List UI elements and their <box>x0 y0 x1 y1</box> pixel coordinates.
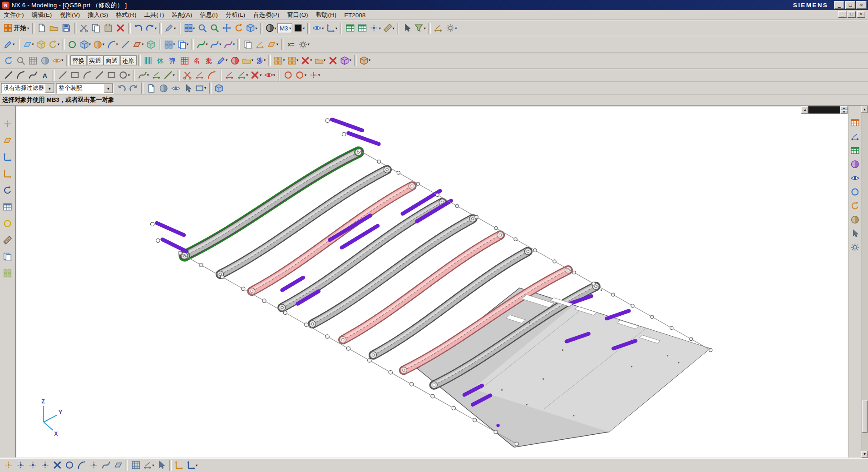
purple-insert-part[interactable] <box>607 311 629 318</box>
palette-button[interactable] <box>2 268 14 279</box>
arc-center-snap-button[interactable] <box>63 459 75 471</box>
menu-item-et2008[interactable]: ET2008 <box>340 11 370 19</box>
annotate-button[interactable]: ▾ <box>215 55 229 67</box>
profile-button[interactable] <box>56 69 69 81</box>
internet-explorer-tab[interactable] <box>849 186 861 198</box>
scroll-down-mini-button[interactable]: ▾ <box>840 110 848 114</box>
shell-button[interactable] <box>145 38 157 50</box>
purple-insert-part[interactable] <box>282 278 303 290</box>
select-back-button[interactable] <box>115 82 128 94</box>
selection-filter-combo[interactable]: 没有选择过滤器 ▼ <box>1 83 54 93</box>
quick-trim-button[interactable] <box>181 69 193 81</box>
replace-button[interactable]: 替换 <box>70 55 87 65</box>
measure-angle-button[interactable] <box>432 22 444 34</box>
trim-body-button[interactable]: ▾ <box>131 38 145 50</box>
pi-button[interactable]: 批 <box>203 55 215 67</box>
scroll-up-mini-button[interactable]: ▴ <box>840 106 848 110</box>
point-on-surface-snap-button[interactable] <box>112 459 124 471</box>
hole-button[interactable] <box>66 38 79 50</box>
menu-item-format[interactable]: 格式(R) <box>112 10 140 20</box>
snap-point-button[interactable]: ▾ <box>368 22 382 34</box>
child-restore-button[interactable]: □ <box>848 11 856 18</box>
project-curve-button[interactable] <box>150 69 162 81</box>
rendering-style-button[interactable]: ▾ <box>264 22 277 34</box>
she-button[interactable]: 涉▾ <box>254 55 266 67</box>
spreadsheet-button[interactable] <box>2 201 14 213</box>
red-ball-button[interactable] <box>229 55 241 67</box>
edge-blend-button[interactable]: ▾ <box>105 38 119 50</box>
point-button[interactable]: ▾ <box>308 69 321 81</box>
edit-object-display-button[interactable]: ▾ <box>51 55 64 67</box>
system-scenes-tab[interactable] <box>849 242 861 253</box>
menu-item-preferences[interactable]: 首选项(P) <box>249 10 283 20</box>
show-hide-button[interactable]: ▾ <box>311 22 325 34</box>
mold-tool-2-button[interactable]: ▾ <box>286 55 300 67</box>
auto-dimension-button[interactable]: ▾ <box>236 69 249 81</box>
wireframe-display-button[interactable] <box>27 55 39 67</box>
fit-view-button[interactable] <box>196 22 208 34</box>
plane-dialog-button[interactable] <box>2 134 14 146</box>
show-constraints-button[interactable]: ▾ <box>263 69 276 81</box>
stripe-analysis-button[interactable] <box>142 55 154 67</box>
grid-snap-button[interactable] <box>129 459 142 471</box>
selection-filter-funnel-button[interactable]: ▾ <box>413 22 427 34</box>
new-file-button[interactable] <box>36 22 48 34</box>
feature-more-button[interactable]: ▾ <box>297 38 311 50</box>
zoom-inout-button[interactable] <box>208 22 221 34</box>
lamp-render-button[interactable] <box>2 218 14 229</box>
die-grid-button[interactable] <box>178 55 191 67</box>
lasso-button[interactable] <box>182 82 194 94</box>
vertical-scrollbar[interactable]: ▲ ▼ <box>861 106 868 457</box>
studio-spline-button[interactable] <box>27 69 39 81</box>
auto-constrain-button[interactable]: ▾ <box>249 69 263 81</box>
rotate-view-button[interactable] <box>232 22 245 34</box>
shaded-toggle-button[interactable] <box>157 82 169 94</box>
restore-button[interactable]: 还原 <box>120 55 137 65</box>
block-button[interactable]: ▾ <box>79 38 92 50</box>
patch-body-button[interactable]: ▾ <box>266 38 280 50</box>
studio-surface-button[interactable]: ▾ <box>195 38 209 50</box>
chevron-down-icon[interactable]: ▼ <box>45 84 54 93</box>
thicken-button[interactable] <box>242 38 254 50</box>
cut-button[interactable] <box>78 22 90 34</box>
profile-line-button[interactable] <box>2 69 15 81</box>
pattern-feature-button[interactable]: ▾ <box>163 38 176 50</box>
shaded-display-button[interactable] <box>39 55 51 67</box>
close-button[interactable]: × <box>856 1 866 9</box>
intersection-snap-button[interactable] <box>51 459 63 471</box>
purple-insert-part[interactable] <box>157 223 184 235</box>
part-navigator-button[interactable] <box>356 22 369 34</box>
select-forward-button[interactable] <box>127 82 139 94</box>
wcs-dynamics-button[interactable] <box>173 459 185 471</box>
menu-item-window[interactable]: 窗口(O) <box>283 10 312 20</box>
mid-point-snap-button[interactable] <box>27 459 39 471</box>
part-navigator-tab[interactable] <box>849 144 861 156</box>
chamfer-curve-button[interactable] <box>93 69 105 81</box>
circle-button[interactable] <box>282 69 294 81</box>
ellipse-button[interactable]: ▾ <box>118 69 131 81</box>
control-point-snap-button[interactable] <box>39 459 51 471</box>
tan-button[interactable]: 弹 <box>166 55 178 67</box>
paste-button[interactable] <box>102 22 114 34</box>
system-materials-tab[interactable] <box>849 214 861 226</box>
menu-item-assemblies[interactable]: 装配(A) <box>168 10 196 20</box>
through-curves-button[interactable]: ▾ <box>209 38 222 50</box>
solid-translucency-button[interactable]: 实透 <box>87 55 104 65</box>
mirror-feature-button[interactable]: ▾ <box>176 38 190 50</box>
ortho-snap-button[interactable]: ▾ <box>142 459 155 471</box>
quick-pick-button[interactable] <box>213 82 225 94</box>
highlight-toggle-button[interactable] <box>169 82 182 94</box>
csys-dialog-button[interactable] <box>2 168 14 179</box>
menu-item-analysis[interactable]: 分析(L) <box>222 10 249 20</box>
purple-insert-part[interactable] <box>330 215 370 240</box>
selection-cursor-button[interactable] <box>401 22 413 34</box>
reuse-library-tab[interactable] <box>849 159 861 170</box>
menu-item-edit[interactable]: 编辑(E) <box>28 10 56 20</box>
scroll-left-button[interactable]: ◂ <box>801 106 808 114</box>
copy-button[interactable] <box>90 22 102 34</box>
mold-tool-1-button[interactable]: ▾ <box>272 55 286 67</box>
extrude-button[interactable] <box>35 38 47 50</box>
constraint-navigator-tab[interactable] <box>849 131 861 143</box>
delete-face-button[interactable] <box>327 55 339 67</box>
end-point-snap-button[interactable] <box>15 459 27 471</box>
